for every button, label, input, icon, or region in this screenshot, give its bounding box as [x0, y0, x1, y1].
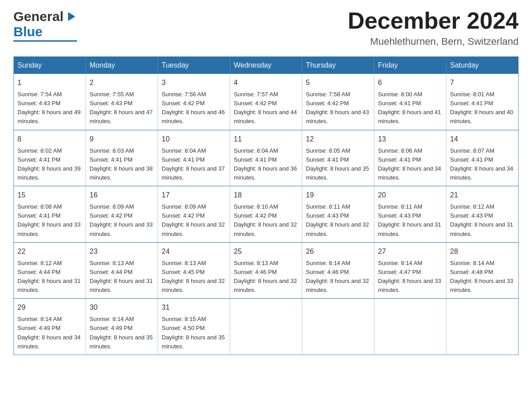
day-info: Sunrise: 7:56 AMSunset: 4:42 PMDaylight:… [162, 91, 225, 124]
logo-triangle-icon [64, 10, 77, 23]
location-subtitle: Muehlethurnen, Bern, Switzerland [348, 36, 519, 47]
day-info: Sunrise: 8:12 AMSunset: 4:43 PMDaylight:… [450, 203, 513, 237]
day-number: 11 [234, 134, 298, 145]
calendar-cell: 14Sunrise: 8:07 AMSunset: 4:41 PMDayligh… [446, 130, 519, 186]
day-number: 6 [378, 77, 442, 88]
weekday-header-row: SundayMondayTuesdayWednesdayThursdayFrid… [14, 57, 519, 74]
day-info: Sunrise: 8:02 AMSunset: 4:41 PMDaylight:… [17, 147, 81, 181]
title-section: December 2024 Muehlethurnen, Bern, Switz… [348, 9, 519, 47]
calendar-cell: 4Sunrise: 7:57 AMSunset: 4:42 PMDaylight… [230, 74, 302, 130]
day-number: 30 [90, 302, 154, 313]
day-number: 16 [90, 190, 154, 201]
day-info: Sunrise: 8:03 AMSunset: 4:41 PMDaylight:… [90, 147, 153, 181]
svg-marker-0 [68, 12, 75, 21]
calendar-week-row: 8Sunrise: 8:02 AMSunset: 4:41 PMDaylight… [14, 130, 519, 186]
logo: General Blue [13, 9, 77, 42]
day-number: 29 [17, 302, 82, 313]
day-number: 2 [90, 77, 154, 88]
page-header: General Blue December 2024 Muehlethurnen… [13, 9, 519, 47]
day-number: 10 [162, 134, 226, 145]
day-info: Sunrise: 8:00 AMSunset: 4:41 PMDaylight:… [378, 91, 441, 124]
day-number: 4 [234, 77, 298, 88]
day-info: Sunrise: 8:01 AMSunset: 4:41 PMDaylight:… [450, 91, 513, 124]
calendar-cell: 21Sunrise: 8:12 AMSunset: 4:43 PMDayligh… [446, 186, 519, 243]
weekday-header-thursday: Thursday [302, 57, 374, 74]
calendar-cell: 7Sunrise: 8:01 AMSunset: 4:41 PMDaylight… [446, 74, 519, 130]
calendar-cell: 22Sunrise: 8:12 AMSunset: 4:44 PMDayligh… [14, 242, 86, 299]
calendar-cell: 18Sunrise: 8:10 AMSunset: 4:42 PMDayligh… [230, 186, 302, 243]
day-number: 20 [378, 190, 442, 201]
logo-underline [13, 40, 77, 42]
day-info: Sunrise: 8:13 AMSunset: 4:46 PMDaylight:… [234, 260, 297, 293]
day-info: Sunrise: 8:04 AMSunset: 4:41 PMDaylight:… [162, 147, 225, 181]
calendar-cell [230, 299, 302, 355]
day-info: Sunrise: 8:08 AMSunset: 4:41 PMDaylight:… [17, 203, 81, 237]
calendar-cell: 27Sunrise: 8:14 AMSunset: 4:47 PMDayligh… [374, 242, 446, 299]
calendar-cell [446, 299, 519, 355]
calendar-cell: 30Sunrise: 8:14 AMSunset: 4:49 PMDayligh… [86, 299, 158, 355]
day-number: 19 [306, 190, 370, 201]
calendar-cell [374, 299, 446, 355]
day-number: 31 [162, 302, 226, 313]
day-number: 15 [17, 190, 82, 201]
day-info: Sunrise: 8:15 AMSunset: 4:50 PMDaylight:… [162, 316, 225, 349]
day-info: Sunrise: 7:54 AMSunset: 4:43 PMDaylight:… [17, 91, 81, 124]
day-number: 26 [306, 246, 370, 257]
calendar-cell: 23Sunrise: 8:13 AMSunset: 4:44 PMDayligh… [86, 242, 158, 299]
day-info: Sunrise: 8:10 AMSunset: 4:42 PMDaylight:… [234, 203, 297, 237]
day-number: 25 [234, 246, 298, 257]
calendar-cell: 29Sunrise: 8:14 AMSunset: 4:49 PMDayligh… [14, 299, 86, 355]
day-info: Sunrise: 8:14 AMSunset: 4:49 PMDaylight:… [90, 316, 153, 349]
day-info: Sunrise: 7:58 AMSunset: 4:42 PMDaylight:… [306, 91, 369, 124]
calendar-cell: 19Sunrise: 8:11 AMSunset: 4:43 PMDayligh… [302, 186, 374, 243]
calendar-cell: 11Sunrise: 8:04 AMSunset: 4:41 PMDayligh… [230, 130, 302, 186]
calendar-cell: 10Sunrise: 8:04 AMSunset: 4:41 PMDayligh… [158, 130, 230, 186]
day-info: Sunrise: 8:13 AMSunset: 4:44 PMDaylight:… [90, 260, 153, 293]
day-number: 22 [17, 246, 82, 257]
weekday-header-sunday: Sunday [14, 57, 86, 74]
weekday-header-tuesday: Tuesday [158, 57, 230, 74]
calendar-cell: 1Sunrise: 7:54 AMSunset: 4:43 PMDaylight… [14, 74, 86, 130]
day-info: Sunrise: 7:57 AMSunset: 4:42 PMDaylight:… [234, 91, 297, 124]
day-info: Sunrise: 8:04 AMSunset: 4:41 PMDaylight:… [234, 147, 297, 181]
calendar-cell: 3Sunrise: 7:56 AMSunset: 4:42 PMDaylight… [158, 74, 230, 130]
logo-blue-text: Blue [13, 24, 43, 39]
day-number: 17 [162, 190, 226, 201]
calendar-week-row: 22Sunrise: 8:12 AMSunset: 4:44 PMDayligh… [14, 242, 519, 299]
calendar-cell: 15Sunrise: 8:08 AMSunset: 4:41 PMDayligh… [14, 186, 86, 243]
day-info: Sunrise: 8:09 AMSunset: 4:42 PMDaylight:… [162, 203, 225, 237]
calendar-cell: 12Sunrise: 8:05 AMSunset: 4:41 PMDayligh… [302, 130, 374, 186]
day-number: 12 [306, 134, 370, 145]
day-number: 23 [90, 246, 154, 257]
day-number: 5 [306, 77, 370, 88]
day-info: Sunrise: 8:12 AMSunset: 4:44 PMDaylight:… [17, 260, 81, 293]
calendar-cell: 25Sunrise: 8:13 AMSunset: 4:46 PMDayligh… [230, 242, 302, 299]
day-number: 7 [450, 77, 515, 88]
day-info: Sunrise: 8:11 AMSunset: 4:43 PMDaylight:… [306, 203, 369, 237]
day-info: Sunrise: 8:06 AMSunset: 4:41 PMDaylight:… [378, 147, 441, 181]
calendar-cell [302, 299, 374, 355]
calendar-cell: 6Sunrise: 8:00 AMSunset: 4:41 PMDaylight… [374, 74, 446, 130]
day-info: Sunrise: 8:07 AMSunset: 4:41 PMDaylight:… [450, 147, 513, 181]
weekday-header-saturday: Saturday [446, 57, 519, 74]
calendar-cell: 13Sunrise: 8:06 AMSunset: 4:41 PMDayligh… [374, 130, 446, 186]
calendar-cell: 24Sunrise: 8:13 AMSunset: 4:45 PMDayligh… [158, 242, 230, 299]
logo-general-text: General [13, 9, 64, 24]
day-info: Sunrise: 8:13 AMSunset: 4:45 PMDaylight:… [162, 260, 225, 293]
day-info: Sunrise: 8:14 AMSunset: 4:47 PMDaylight:… [378, 260, 441, 293]
day-info: Sunrise: 8:05 AMSunset: 4:41 PMDaylight:… [306, 147, 369, 181]
calendar-week-row: 15Sunrise: 8:08 AMSunset: 4:41 PMDayligh… [14, 186, 519, 243]
day-info: Sunrise: 8:14 AMSunset: 4:46 PMDaylight:… [306, 260, 369, 293]
calendar-cell: 31Sunrise: 8:15 AMSunset: 4:50 PMDayligh… [158, 299, 230, 355]
weekday-header-monday: Monday [86, 57, 158, 74]
calendar-week-row: 1Sunrise: 7:54 AMSunset: 4:43 PMDaylight… [14, 74, 519, 130]
day-number: 9 [90, 134, 154, 145]
calendar-table: SundayMondayTuesdayWednesdayThursdayFrid… [13, 56, 519, 355]
day-number: 3 [162, 77, 226, 88]
calendar-cell: 26Sunrise: 8:14 AMSunset: 4:46 PMDayligh… [302, 242, 374, 299]
day-number: 28 [450, 246, 515, 257]
day-number: 8 [17, 134, 82, 145]
day-number: 27 [378, 246, 442, 257]
day-info: Sunrise: 8:14 AMSunset: 4:49 PMDaylight:… [17, 316, 81, 349]
day-number: 21 [450, 190, 515, 201]
